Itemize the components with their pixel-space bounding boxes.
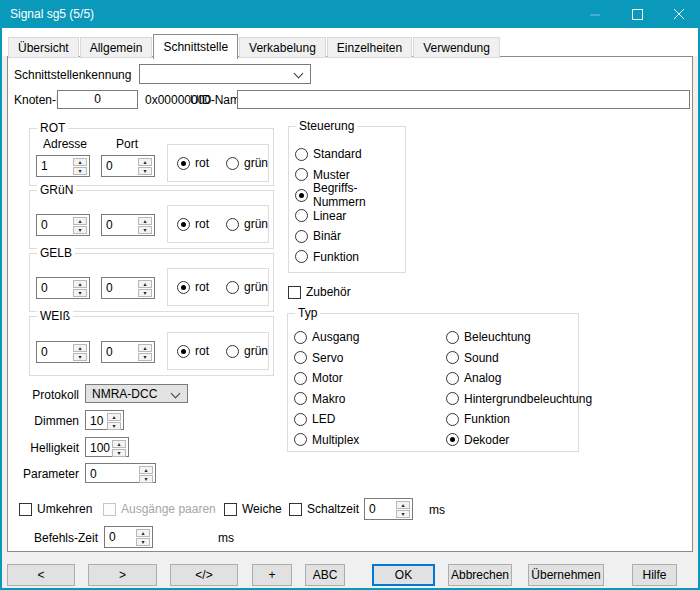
gruen-adresse-spinner[interactable]: 0 ▴▾ (36, 214, 90, 236)
titlebar: Signal sg5 (5/5) (0, 0, 700, 28)
prev-button[interactable]: < (7, 564, 75, 586)
uid-name-field[interactable] (237, 90, 690, 109)
radio-led[interactable] (294, 413, 307, 426)
spinner-value: 0 (106, 218, 113, 232)
radio-servo-label: Servo (312, 351, 343, 365)
close-button[interactable] (658, 0, 700, 28)
spin-buttons[interactable]: ▴▾ (137, 279, 153, 297)
spin-buttons[interactable]: ▴▾ (395, 500, 411, 518)
spin-buttons[interactable]: ▴▾ (72, 216, 88, 234)
spin-down-icon: ▾ (73, 353, 87, 361)
tab-allgemein[interactable]: Allgemein (80, 37, 153, 58)
radio-hintergrundbeleuchtung[interactable] (446, 392, 459, 405)
uebernehmen-button[interactable]: Übernehmen (528, 564, 604, 586)
weiche-checkbox[interactable] (224, 503, 237, 516)
spin-buttons[interactable]: ▴▾ (72, 157, 88, 175)
add-button[interactable]: + (252, 564, 292, 586)
tab-verkabelung[interactable]: Verkabelung (239, 37, 326, 58)
radio-rot[interactable] (177, 345, 190, 358)
spin-down-icon: ▾ (138, 167, 152, 175)
protokoll-value: NMRA-DCC (92, 387, 157, 401)
helligkeit-spinner[interactable]: 100 ▴▾ (85, 437, 129, 457)
spin-down-icon: ▾ (112, 449, 126, 457)
befehls-zeit-spinner[interactable]: 0 ▴▾ (104, 526, 153, 548)
radio-makro[interactable] (294, 392, 307, 405)
tab-uebersicht[interactable]: Übersicht (8, 37, 79, 58)
spin-buttons[interactable]: ▴▾ (137, 343, 153, 361)
spin-buttons[interactable]: ▴▾ (106, 412, 122, 428)
spin-buttons[interactable]: ▴▾ (135, 528, 151, 546)
radio-gruen[interactable] (226, 157, 239, 170)
abc-button[interactable]: ABC (305, 564, 345, 586)
rot-port-spinner[interactable]: 0 ▴▾ (101, 155, 155, 177)
maximize-button[interactable] (616, 0, 658, 28)
spin-buttons[interactable]: ▴▾ (138, 465, 154, 481)
radio-multiplex-label: Multiplex (312, 433, 359, 447)
radio-rot-label: rot (195, 156, 209, 170)
spin-buttons[interactable]: ▴▾ (72, 343, 88, 361)
schaltzeit-checkbox[interactable] (289, 503, 302, 516)
group-gelb-title: GELB (37, 247, 75, 260)
radio-rot[interactable] (177, 281, 190, 294)
radio-servo[interactable] (294, 351, 307, 364)
node-id-field[interactable]: 0 (57, 90, 138, 109)
spin-buttons[interactable]: ▴▾ (137, 157, 153, 175)
radio-gruen[interactable] (226, 218, 239, 231)
radio-gruen[interactable] (226, 281, 239, 294)
weiss-port-spinner[interactable]: 0 ▴▾ (101, 341, 155, 363)
umkehren-checkbox[interactable] (19, 503, 32, 516)
radio-analog[interactable] (446, 372, 459, 385)
radio-motor[interactable] (294, 372, 307, 385)
zubehoer-checkbox[interactable] (288, 286, 301, 299)
schaltzeit-spinner[interactable]: 0 ▴▾ (364, 498, 413, 520)
weiss-adresse-spinner[interactable]: 0 ▴▾ (36, 341, 90, 363)
interface-id-combobox[interactable] (139, 64, 311, 84)
gruen-port-spinner[interactable]: 0 ▴▾ (101, 214, 155, 236)
radio-linear[interactable] (295, 209, 308, 222)
radio-funktion[interactable] (295, 250, 308, 263)
radio-funktion-typ-label: Funktion (464, 412, 510, 426)
minimize-icon (574, 0, 616, 28)
radio-rot[interactable] (177, 157, 190, 170)
radio-binaer[interactable] (295, 230, 308, 243)
spin-buttons[interactable]: ▴▾ (72, 279, 88, 297)
rot-adresse-spinner[interactable]: 1 ▴▾ (36, 155, 90, 177)
hilfe-button[interactable]: Hilfe (632, 564, 677, 586)
radio-ausgang[interactable] (294, 331, 307, 344)
radio-muster[interactable] (295, 168, 308, 181)
radio-beleuchtung[interactable] (446, 331, 459, 344)
radio-gruen[interactable] (226, 345, 239, 358)
abbrechen-button[interactable]: Abbrechen (448, 564, 512, 586)
parameter-spinner[interactable]: 0 ▴▾ (85, 463, 156, 483)
ok-button[interactable]: OK (372, 564, 435, 586)
spin-up-icon: ▴ (73, 344, 87, 352)
protokoll-dropdown[interactable]: NMRA-DCC (85, 384, 188, 403)
radio-analog-label: Analog (464, 371, 501, 385)
gelb-adresse-spinner[interactable]: 0 ▴▾ (36, 277, 90, 299)
spin-down-icon: ▾ (73, 289, 87, 297)
dimmen-spinner[interactable]: 10 ▴▾ (85, 410, 124, 430)
radio-beleuchtung-label: Beleuchtung (464, 330, 531, 344)
tab-einzelheiten[interactable]: Einzelheiten (327, 37, 412, 58)
radio-standard[interactable] (295, 148, 308, 161)
tab-schnittstelle[interactable]: Schnittstelle (153, 34, 238, 59)
schaltzeit-label: Schaltzeit (307, 502, 359, 516)
ausgaenge-paaren-checkbox (103, 503, 116, 516)
radio-standard-label: Standard (313, 147, 362, 161)
interface-id-label: Schnittstellenkennung (14, 68, 131, 82)
radio-dekoder[interactable] (446, 433, 459, 446)
next-button[interactable]: > (88, 564, 157, 586)
spin-buttons[interactable]: ▴▾ (111, 439, 127, 455)
radio-begriffs-nummern[interactable] (295, 189, 308, 202)
radio-sound[interactable] (446, 351, 459, 364)
tab-verwendung[interactable]: Verwendung (413, 37, 500, 58)
group-rot: ROT Adresse Port 1 ▴▾ 0 ▴▾ rot grün (29, 128, 274, 186)
gelb-port-spinner[interactable]: 0 ▴▾ (101, 277, 155, 299)
radio-rot[interactable] (177, 218, 190, 231)
parameter-label: Parameter (14, 467, 79, 481)
code-button[interactable]: </> (170, 564, 238, 586)
radio-funktion-typ[interactable] (446, 413, 459, 426)
tab-panel: Schnittstellenkennung Knoten-ID 0 0x0000… (7, 56, 693, 552)
radio-multiplex[interactable] (294, 433, 307, 446)
spin-buttons[interactable]: ▴▾ (137, 216, 153, 234)
